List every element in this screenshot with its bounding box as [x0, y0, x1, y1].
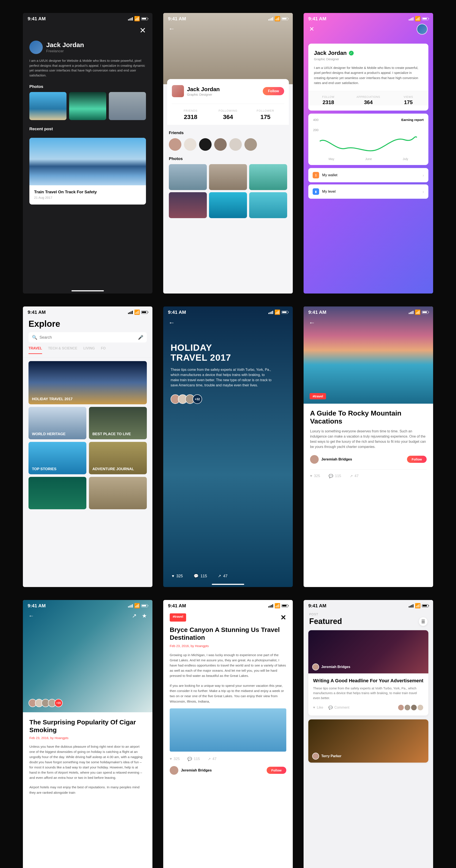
author-avatar[interactable] [170, 766, 178, 775]
stat-label: VIEWS [388, 95, 428, 98]
back-icon[interactable]: ← [309, 319, 315, 326]
comment-button[interactable]: 💬115 [194, 574, 207, 578]
share-icon[interactable]: ↗ [132, 613, 137, 619]
article-date: Feb 23, 2016, [170, 644, 191, 648]
friend-avatar[interactable] [199, 138, 211, 151]
article-body: Airport hotels may not enjoy the best of… [29, 785, 146, 795]
article-author[interactable]: Hoangpts [55, 736, 68, 740]
menu-level[interactable]: ▮My level› [308, 184, 428, 199]
mic-icon[interactable]: 🎤 [138, 335, 143, 340]
tab-more[interactable]: FO [101, 346, 105, 354]
article-author[interactable]: Hoangpts [195, 644, 209, 648]
photo-thumb[interactable] [209, 192, 247, 218]
friend-avatar[interactable] [184, 138, 196, 151]
profile-gradient-screen: 9:41 AM 📶 ✕ Jack Jordan✓ Graphic Designe… [303, 13, 433, 293]
comment-button[interactable]: 💬115 [329, 474, 341, 478]
comment-button[interactable]: 💬Comment [328, 706, 349, 710]
status-time: 9:41 AM [308, 16, 326, 22]
profile-name: Jack Jordan [46, 41, 84, 49]
tile[interactable]: WORLD HERITAGE [29, 407, 86, 439]
back-icon[interactable]: ← [29, 613, 34, 619]
chart-line [313, 135, 424, 154]
post-card[interactable]: Terry Parker [308, 719, 428, 763]
comment-button[interactable]: 💬115 [187, 757, 200, 761]
tab-travel[interactable]: TRAVEL [29, 346, 42, 354]
tile-hero[interactable]: HOLIDAY TRAVEL 2017 [29, 361, 147, 404]
reader-more[interactable]: +32 [193, 394, 202, 404]
photo-thumb[interactable] [249, 192, 287, 218]
tile[interactable]: ADVENTURE JOURNAL [89, 442, 147, 474]
tile[interactable] [29, 477, 86, 509]
home-indicator[interactable] [71, 290, 104, 291]
section-recent: Recent post [23, 120, 153, 134]
share-icon: ↗ [350, 474, 353, 478]
stat-label: FOLLOWER [247, 109, 284, 112]
like-button[interactable]: ♥325 [310, 474, 320, 478]
close-icon[interactable]: ✕ [309, 26, 314, 33]
article-body: Growing up in Michigan, I was lucky enou… [170, 652, 286, 678]
share-button[interactable]: ↗47 [218, 574, 228, 578]
post-card[interactable]: Train Travel On Track For Safety 21 Aug … [29, 138, 146, 205]
chevron-right-icon: › [423, 173, 424, 178]
author-avatar [312, 663, 319, 671]
home-indicator[interactable] [212, 584, 244, 585]
share-button[interactable]: ↗47 [208, 757, 217, 761]
search-icon: 🔍 [32, 335, 37, 340]
author-name: Jeremiah Bridges [181, 768, 212, 773]
reader-avatar [411, 704, 417, 711]
close-icon[interactable]: ✕ [281, 613, 286, 622]
friend-avatar[interactable] [214, 138, 227, 151]
photo-thumb[interactable] [29, 92, 66, 120]
follow-button[interactable]: Follow [267, 767, 287, 774]
like-button[interactable]: ♥325 [172, 574, 183, 578]
like-button[interactable]: ♥Like [313, 706, 323, 710]
avatar[interactable] [417, 24, 427, 35]
avatar[interactable] [29, 40, 43, 54]
author-avatar[interactable] [310, 455, 319, 464]
tile[interactable] [89, 477, 147, 509]
tab-living[interactable]: LIVING [83, 346, 95, 354]
status-bar: 9:41 AM 📶 [23, 307, 153, 317]
heart-icon: ♥ [310, 474, 312, 478]
chart-title: Earning report [401, 118, 424, 122]
tag-travel[interactable]: #travel [310, 393, 326, 399]
like-button[interactable]: ♥325 [170, 757, 180, 761]
article-title: TRAVEL 2017 [170, 353, 286, 363]
friend-avatar[interactable] [229, 138, 242, 151]
close-icon[interactable]: ✕ [139, 26, 146, 35]
page-title: Explore [23, 317, 153, 332]
star-icon[interactable]: ★ [142, 613, 147, 619]
follow-button[interactable]: Follow [407, 456, 427, 463]
friend-avatar[interactable] [245, 138, 257, 151]
tab-tech[interactable]: TECH & SCIENCE [48, 346, 77, 354]
friend-avatar[interactable] [169, 138, 182, 151]
stat-label: FRIENDS [172, 109, 209, 112]
explore-screen: 9:41 AM 📶 Explore 🔍🎤 TRAVEL TECH & SCIEN… [23, 307, 153, 587]
photo-thumb[interactable] [109, 92, 146, 120]
photo-thumb[interactable] [249, 164, 287, 190]
heart-icon: ♥ [170, 757, 172, 761]
article-title: HOLIDAY [170, 343, 286, 353]
share-icon: ↗ [218, 574, 221, 578]
share-button[interactable]: ↗47 [350, 474, 359, 478]
photo-thumb[interactable] [169, 164, 207, 190]
avatar[interactable] [172, 85, 184, 97]
heart-icon: ♥ [172, 574, 174, 578]
post-card[interactable]: Jeremiah Bridges Writing A Good Headline… [308, 630, 428, 715]
photo-thumb[interactable] [169, 192, 207, 218]
filter-icon[interactable]: ☰ [419, 617, 427, 626]
reader-more[interactable]: +15 [55, 699, 63, 707]
profile-name: Jack Jordan [314, 50, 347, 56]
stat-value: 175 [247, 114, 284, 121]
photo-thumb[interactable] [209, 164, 247, 190]
back-icon[interactable]: ← [168, 25, 175, 32]
follow-button[interactable]: Follow [263, 87, 284, 95]
search-input[interactable]: 🔍🎤 [29, 332, 147, 343]
menu-wallet[interactable]: ₿My wallet› [308, 168, 428, 182]
tag-travel[interactable]: #travel [170, 613, 186, 622]
tile[interactable]: BEST PLACE TO LIVE [89, 407, 147, 439]
article-body: Luxury is something everyone deserves fr… [310, 429, 427, 450]
photo-thumb[interactable] [69, 92, 106, 120]
comment-icon: 💬 [328, 706, 333, 710]
tile[interactable]: TOP STORIES [29, 442, 86, 474]
